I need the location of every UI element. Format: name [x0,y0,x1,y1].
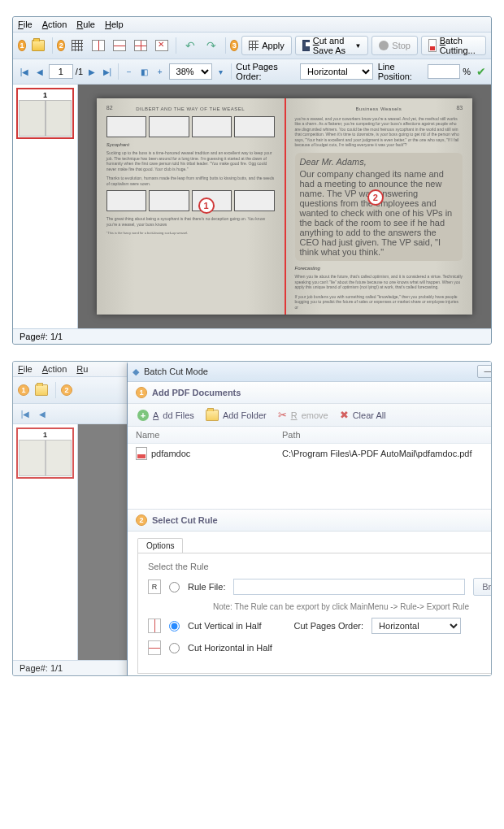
linepos-label: Line Position: [378,62,425,81]
cut-vertical-icon [92,40,105,51]
apply-label: Apply [262,41,285,50]
cut-line[interactable] [285,98,286,315]
col-name[interactable]: Name [136,430,282,440]
clear-all-button[interactable]: ✖Clear All [340,409,386,421]
stop-button[interactable]: Stop [371,36,418,55]
menu-action[interactable]: Action [42,20,67,29]
cut-order-select[interactable]: Horizontal [300,63,373,80]
canvas[interactable]: 1 2 82 DILBERT AND THE WAY OF THE WEASEL… [78,85,491,328]
page-input[interactable] [49,64,73,79]
main-toolbar: 1 2 ↶ ↷ 3 Apply Cut and Save As▼ Stop Ba… [13,33,491,59]
rule-note: Note: The Rule can be export by click Ma… [213,602,492,611]
menu-rule[interactable]: Ru [76,364,88,374]
cut-delete-button[interactable] [153,37,171,54]
col-path[interactable]: Path [282,430,301,440]
rule-file-label: Rule File: [188,582,225,592]
menu-file[interactable]: File [18,20,33,29]
linepos-input[interactable] [428,64,460,79]
body-text: When you lie about the future, that's ca… [295,274,463,290]
remove-icon: ✂ [278,409,287,421]
menubar: File Action Rule Help [13,17,491,33]
callout-box: Dear Mr. Adams, Our company changed its … [295,153,463,261]
region-marker-2[interactable]: 2 [367,189,384,206]
prev-page-button[interactable]: ◀ [33,64,46,79]
undo-button[interactable]: ↶ [181,37,199,54]
footnote: "This is the fancy word for a butt-kissi… [106,231,275,235]
file-name: pdfamdoc [151,449,190,458]
rule-file-icon: R [148,579,161,594]
remove-button[interactable]: ✂Remove [278,409,328,421]
file-list-header: Name Path [128,427,492,444]
body-text: you're a weasel, and your coworkers know… [295,116,463,148]
grid-button[interactable] [68,37,86,54]
body-text: Sucking up to the boss is a time-honored… [106,150,275,171]
next-page-button[interactable]: ▶ [85,64,98,79]
minimize-button[interactable]: — [477,365,492,378]
rule-file-input[interactable] [233,579,465,595]
options-tab[interactable]: Options [137,538,183,553]
statusbar: Page#: 1/1 [13,328,491,344]
zoom-fit-button[interactable]: ◧ [138,64,151,79]
order-label: Cut Pages Order: [236,62,298,81]
zoom-in-button[interactable]: + [154,64,167,79]
file-path: C:\Program Files\A-PDF AutoMail\pdfamdoc… [282,449,472,458]
main-window: File Action Rule Help 1 2 ↶ ↷ 3 Apply Cu… [12,16,492,345]
page-header-left: DILBERT AND THE WAY OF THE WEASEL [106,106,275,111]
thumb-label: 1 [19,90,72,100]
linepos-unit: % [463,67,471,76]
first-page-button[interactable]: |◀ [18,64,31,79]
menu-help[interactable]: Help [105,20,124,29]
clear-icon: ✖ [340,409,349,421]
apply-button[interactable]: Apply [241,36,292,55]
add-folder-button[interactable]: Add Folder [206,410,267,421]
apply-linepos-button[interactable]: ✔ [476,65,486,78]
folder-icon [206,410,219,421]
cut-vertical-radio[interactable] [169,621,180,632]
batch-cutting-button[interactable]: Batch Cutting... [421,36,486,55]
zoom-out-button[interactable]: − [123,64,136,79]
browse-button[interactable]: Browse... [473,578,492,596]
open-button[interactable] [29,37,47,54]
callout-header: Dear Mr. Adams, [300,157,458,167]
cut-horizontal-radio[interactable] [169,643,180,653]
cut-vertical-icon [148,618,161,633]
options-area: Options Select the Rule R Rule File: Bro… [128,532,492,676]
workarea: 1 1 2 82 DILBERT AND THE WAY OF THE WEAS… [13,85,491,328]
dialog-title: Batch Cut Mode [144,367,208,376]
page-right: 83 Business Weasels you're a weasel, and… [285,98,473,315]
menu-rule[interactable]: Rule [76,20,95,29]
cut-save-button[interactable]: Cut and Save As▼ [295,36,369,55]
section-2-header: 2Select Cut Rule [128,510,492,532]
zoom-dropdown-button[interactable]: ▾ [215,64,228,79]
batch-cut-dialog: ◆ Batch Cut Mode — □ ✕ 1Add PDF Document… [127,361,492,676]
redo-button[interactable]: ↷ [202,37,220,54]
cut-vertical-label: Cut Vertical in Half [188,621,261,631]
step-2-badge: 2 [57,40,65,51]
menu-file[interactable]: File [18,364,33,374]
dialog-titlebar[interactable]: ◆ Batch Cut Mode — □ ✕ [128,362,492,382]
page-header-right: Business Weasels [295,106,463,111]
cut-vertical-button[interactable] [89,37,107,54]
thumbnail-1[interactable]: 1 [16,428,74,479]
zoom-select[interactable]: 38% [169,63,212,80]
rule-file-radio[interactable] [169,582,180,592]
file-row[interactable]: pdfamdoc C:\Program Files\A-PDF AutoMail… [128,444,492,463]
add-files-button[interactable]: +Add Files [137,410,194,421]
last-page-button[interactable]: ▶| [101,64,114,79]
nav-toolbar: |◀ ◀ /1 ▶ ▶| − ◧ + 38% ▾ Cut Pages Order… [13,59,491,85]
section-title: Sycophant [106,142,275,149]
region-marker-1[interactable]: 1 [198,197,215,214]
cut-horizontal-icon [113,40,126,51]
body-text: The great thing about being a sycophant … [106,216,275,227]
stop-label: Stop [392,41,411,50]
apply-icon [249,41,259,50]
order-select[interactable]: Horizontal [371,618,461,634]
cut-both-button[interactable] [132,37,150,54]
open-button[interactable] [33,381,50,399]
cut-horizontal-button[interactable] [111,37,128,54]
stop-icon [379,41,389,50]
thumbnail-1[interactable]: 1 [16,88,74,139]
page-left: 82 DILBERT AND THE WAY OF THE WEASEL Syc… [97,98,285,315]
menu-action[interactable]: Action [42,364,67,374]
cut-delete-icon [155,40,168,51]
